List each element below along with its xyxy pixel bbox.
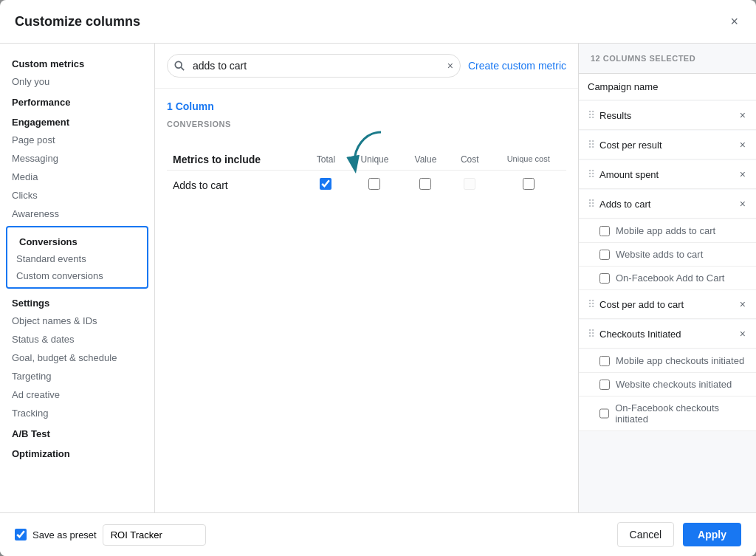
sidebar-section-ab-test: A/B Test	[0, 422, 154, 442]
sidebar-section-title-engagement: Engagement	[0, 111, 154, 131]
sidebar-section-performance: Performance	[0, 91, 154, 111]
sidebar: Custom metrics Only you Performance Enga…	[0, 44, 155, 512]
create-custom-metric-link[interactable]: Create custom metric	[468, 60, 566, 72]
search-bar: adds to cart × Create custom metric	[155, 44, 578, 89]
drag-handle-cost-per-add-to-cart[interactable]: ⠿	[588, 298, 595, 310]
website-adds-label: Website adds to cart	[616, 249, 703, 260]
right-item-amount-spent: ⠿ Amount spent ×	[579, 160, 756, 189]
save-preset-label: Save as preset	[32, 529, 97, 540]
sidebar-item-only-you[interactable]: Only you	[0, 72, 154, 91]
modal-title: Customize columns	[15, 14, 140, 30]
apply-button[interactable]: Apply	[683, 523, 741, 546]
sidebar-item-ad-creative[interactable]: Ad creative	[0, 385, 154, 404]
value-checkbox-cell[interactable]	[402, 171, 449, 200]
sidebar-section-conversions: Conversions Standard events Custom conve…	[6, 226, 148, 289]
cost-checkbox[interactable]	[464, 178, 475, 190]
col-total: Total	[305, 149, 347, 171]
remove-results-button[interactable]: ×	[738, 109, 747, 122]
sidebar-section-settings: Settings Object names & IDs Status & dat…	[0, 292, 154, 422]
sidebar-section-engagement: Engagement Page post Messaging Media Cli…	[0, 111, 154, 223]
search-input[interactable]: adds to cart	[167, 54, 461, 78]
unique-checkbox[interactable]	[368, 178, 380, 190]
metrics-header-label: Metrics to include	[167, 149, 305, 171]
right-item-label-amount-spent: Amount spent	[599, 169, 738, 180]
middle-panel: adds to cart × Create custom metric 1 Co…	[155, 44, 579, 512]
sidebar-section-title-settings: Settings	[0, 292, 154, 312]
drag-handle-checkouts-initiated[interactable]: ⠿	[588, 328, 595, 340]
metrics-table: Metrics to include Total Unique Value Co…	[167, 149, 566, 199]
website-checkouts-checkbox[interactable]	[599, 380, 610, 390]
total-checkbox[interactable]	[320, 178, 331, 190]
table-row: Adds to cart	[167, 171, 566, 200]
right-item-cost-per-add-to-cart: ⠿ Cost per add to cart ×	[579, 290, 756, 319]
remove-checkouts-initiated-button[interactable]: ×	[738, 327, 747, 340]
sidebar-item-targeting[interactable]: Targeting	[0, 367, 154, 385]
drag-handle-adds-to-cart[interactable]: ⠿	[588, 198, 595, 210]
right-item-adds-to-cart: ⠿ Adds to cart ×	[579, 190, 756, 219]
sidebar-item-standard-events[interactable]: Standard events	[7, 250, 147, 267]
right-item-results: ⠿ Results ×	[579, 101, 756, 130]
unique-cost-checkbox[interactable]	[523, 178, 535, 190]
modal-footer: Save as preset Cancel Apply	[0, 512, 756, 556]
section-label: CONVERSIONS	[167, 120, 566, 128]
right-item-label-checkouts-initiated: Checkouts Initiated	[599, 329, 738, 340]
save-preset-checkbox[interactable]	[15, 529, 27, 540]
drag-handle-amount-spent[interactable]: ⠿	[588, 168, 595, 180]
sidebar-item-media[interactable]: Media	[0, 168, 154, 186]
mobile-app-checkouts-checkbox[interactable]	[599, 356, 610, 366]
sidebar-section-title-custom-metrics: Custom metrics	[0, 52, 154, 72]
search-input-wrap: adds to cart ×	[167, 54, 461, 78]
sidebar-item-tracking[interactable]: Tracking	[0, 404, 154, 422]
cost-checkbox-cell[interactable]	[449, 171, 490, 200]
sidebar-section-title-conversions: Conversions	[7, 230, 147, 250]
on-facebook-checkouts-checkbox[interactable]	[599, 408, 609, 419]
metric-name: Adds to cart	[167, 171, 305, 200]
mobile-app-checkouts-label: Mobile app checkouts initiated	[616, 355, 744, 366]
sub-item-mobile-app-adds: Mobile app adds to cart	[579, 219, 756, 243]
total-checkbox-cell[interactable]	[305, 171, 347, 200]
right-panel-header: 12 COLUMNS SELECTED	[579, 44, 756, 74]
sidebar-item-clicks[interactable]: Clicks	[0, 186, 154, 205]
close-button[interactable]: ×	[727, 12, 741, 31]
cancel-button[interactable]: Cancel	[617, 522, 675, 547]
sidebar-section-custom-metrics: Custom metrics Only you	[0, 52, 154, 91]
sidebar-item-messaging[interactable]: Messaging	[0, 149, 154, 168]
col-unique: Unique	[347, 149, 402, 171]
mobile-app-adds-label: Mobile app adds to cart	[616, 225, 715, 236]
preset-name-input[interactable]	[103, 524, 206, 546]
drag-handle-results[interactable]: ⠿	[588, 109, 595, 121]
on-facebook-add-label: On-Facebook Add to Cart	[616, 272, 724, 284]
remove-cost-per-add-to-cart-button[interactable]: ×	[738, 298, 747, 311]
right-item-checkouts-initiated: ⠿ Checkouts Initiated ×	[579, 320, 756, 349]
sidebar-section-title-performance: Performance	[0, 91, 154, 111]
svg-line-1	[181, 67, 184, 70]
modal-body: Custom metrics Only you Performance Enga…	[0, 44, 756, 512]
mobile-app-adds-checkbox[interactable]	[599, 226, 610, 236]
search-icon	[174, 61, 185, 71]
sidebar-section-title-ab-test: A/B Test	[0, 422, 154, 442]
sidebar-item-awareness[interactable]: Awareness	[0, 205, 154, 223]
right-item-campaign-name: Campaign name	[579, 74, 756, 100]
unique-checkbox-cell[interactable]	[347, 171, 402, 200]
remove-cost-per-result-button[interactable]: ×	[738, 138, 747, 151]
sub-item-on-facebook-checkouts: On-Facebook checkouts initiated	[579, 397, 756, 431]
on-facebook-add-checkbox[interactable]	[599, 273, 610, 284]
col-unique-cost: Unique cost	[490, 149, 566, 171]
sidebar-item-custom-conversions[interactable]: Custom conversions	[7, 267, 147, 284]
remove-amount-spent-button[interactable]: ×	[738, 168, 747, 181]
remove-adds-to-cart-button[interactable]: ×	[738, 197, 747, 210]
sidebar-item-status-dates[interactable]: Status & dates	[0, 330, 154, 349]
right-item-label-results: Results	[599, 110, 738, 121]
website-adds-checkbox[interactable]	[599, 250, 610, 260]
sidebar-item-object-names[interactable]: Object names & IDs	[0, 312, 154, 330]
right-panel: 12 COLUMNS SELECTED Campaign name ⠿ Resu…	[579, 44, 756, 512]
column-count: 1 Column	[167, 100, 566, 112]
sidebar-item-goal-budget[interactable]: Goal, budget & schedule	[0, 349, 154, 367]
sidebar-item-page-post[interactable]: Page post	[0, 131, 154, 149]
right-item-label-adds-to-cart: Adds to cart	[599, 199, 738, 210]
sidebar-section-title-optimization: Optimization	[0, 442, 154, 462]
unique-cost-checkbox-cell[interactable]	[490, 171, 566, 200]
search-clear-button[interactable]: ×	[447, 61, 453, 71]
drag-handle-cost-per-result[interactable]: ⠿	[588, 139, 595, 151]
value-checkbox[interactable]	[419, 178, 431, 190]
